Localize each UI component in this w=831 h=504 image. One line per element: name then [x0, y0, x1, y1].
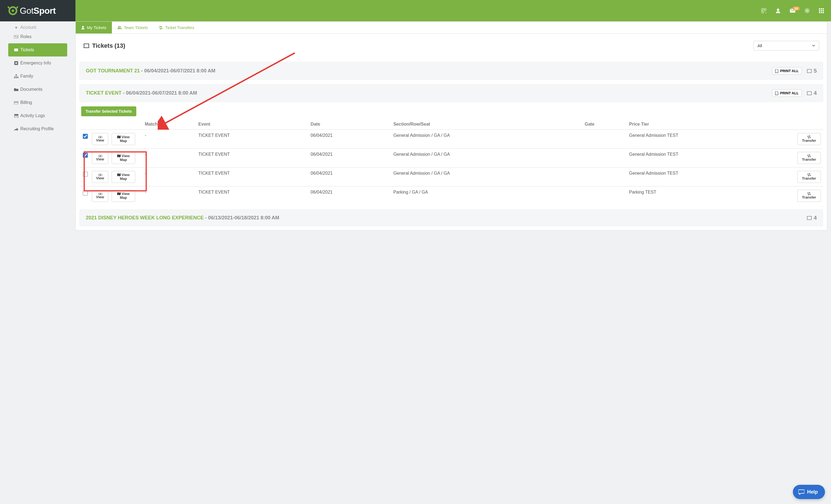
transfer-button[interactable]: Transfer: [797, 152, 821, 164]
svg-rect-18: [819, 8, 820, 9]
qr-icon[interactable]: [761, 8, 766, 13]
group-date-range: - 06/13/2021-06/18/2021 8:00 AM: [205, 215, 280, 220]
pdf-icon: [775, 69, 778, 73]
select-ticket-checkbox[interactable]: [83, 153, 88, 158]
print-all-button[interactable]: PRINT ALL: [772, 67, 801, 75]
group-ticket-count: 4: [807, 215, 817, 221]
event-group-header[interactable]: TICKET EVENT - 06/04/2021-06/07/2021 8:0…: [80, 84, 823, 102]
select-ticket-checkbox[interactable]: [83, 190, 88, 196]
mail-icon[interactable]: 24: [790, 9, 795, 12]
transfer-selected-button[interactable]: Transfer Selected Tickets: [81, 107, 136, 116]
cell-event: TICKET EVENT: [196, 149, 308, 168]
svg-line-17: [808, 9, 809, 9]
cell-section: General Admission / GA / GA: [391, 149, 582, 168]
view-map-button[interactable]: ViewMap: [112, 152, 135, 164]
col-event: Event: [196, 119, 308, 130]
transfer-button[interactable]: Transfer: [797, 133, 821, 145]
cell-section: Parking / GA / GA: [391, 186, 582, 205]
sidebar-item-roles[interactable]: Roles: [8, 30, 67, 43]
group-ticket-count: 4: [807, 90, 817, 96]
svg-rect-5: [764, 11, 765, 12]
sitemap-icon: [13, 74, 19, 78]
plus-square-icon: [13, 61, 19, 65]
cell-gate: [582, 130, 627, 149]
user-circle-icon: ●: [13, 25, 19, 30]
svg-rect-40: [14, 114, 18, 115]
transfer-button[interactable]: Transfer: [797, 190, 821, 202]
tab-my-tickets[interactable]: My Tickets: [76, 22, 112, 33]
view-button[interactable]: View: [92, 133, 108, 145]
sidebar-item-recruiting[interactable]: Recruiting Profile: [8, 122, 67, 136]
svg-point-28: [15, 36, 16, 37]
cell-event: TICKET EVENT: [196, 168, 308, 186]
sidebar-item-billing[interactable]: Billing: [8, 96, 67, 109]
svg-point-43: [82, 26, 84, 28]
sidebar-item-activity[interactable]: Activity Logs: [8, 109, 67, 122]
svg-rect-20: [823, 8, 824, 9]
group-event-name: 2021 DISNEY HEROES WEEK LONG EXPERIENCE: [86, 215, 204, 220]
sidebar-item-account[interactable]: ● Account: [8, 25, 67, 30]
table-row: ViewViewMap-TICKET EVENT06/04/2021Genera…: [80, 130, 823, 149]
sidebar-item-emergency[interactable]: Emergency Info: [8, 57, 67, 70]
event-group-header[interactable]: 2021 DISNEY HEROES WEEK LONG EXPERIENCE …: [80, 209, 823, 226]
transfer-icon: [807, 192, 811, 195]
gear-icon[interactable]: [805, 8, 810, 13]
cell-gate: [582, 186, 627, 205]
tickets-icon: [807, 216, 812, 220]
top-bar: GotSport 24: [0, 0, 831, 21]
brand-mark-icon: [8, 5, 18, 16]
share-icon: [13, 127, 19, 131]
id-card-icon: [13, 35, 19, 38]
view-button[interactable]: View: [92, 152, 108, 164]
table-row: ViewViewMap-TICKET EVENT06/04/2021Parkin…: [80, 186, 823, 205]
pdf-icon: [775, 91, 778, 95]
user-icon: [81, 26, 85, 29]
user-icon[interactable]: [776, 8, 780, 13]
select-ticket-checkbox[interactable]: [83, 134, 88, 139]
archive-icon: [13, 114, 19, 118]
page-title: Tickets (13): [83, 42, 125, 49]
cell-match: -: [143, 186, 196, 205]
cell-section: General Admission / GA / GA: [391, 130, 582, 149]
brand-logo[interactable]: GotSport: [0, 0, 76, 21]
main-content: My Tickets Team Tickets Ticket Transfers…: [76, 21, 831, 239]
cell-date: 06/04/2021: [309, 149, 391, 168]
sidebar-nav: ● Account Roles Tickets Emergency Info F…: [8, 25, 67, 136]
view-button[interactable]: View: [92, 190, 108, 202]
cell-date: 06/04/2021: [309, 168, 391, 186]
brand-text: GotSport: [20, 6, 56, 16]
filter-select[interactable]: All: [753, 41, 819, 51]
svg-rect-21: [819, 10, 820, 11]
cell-event: TICKET EVENT: [196, 186, 308, 205]
sidebar-item-tickets[interactable]: Tickets: [8, 43, 67, 57]
sidebar-item-family[interactable]: Family: [8, 70, 67, 83]
tab-ticket-transfers[interactable]: Ticket Transfers: [153, 22, 200, 33]
svg-rect-39: [14, 102, 18, 102]
svg-rect-2: [761, 8, 763, 10]
transfer-button[interactable]: Transfer: [797, 171, 821, 183]
cell-price-tier: General Admission TEST: [627, 149, 795, 168]
view-map-button[interactable]: ViewMap: [112, 190, 135, 202]
group-event-name: GOT TOURNAMENT 21: [86, 68, 140, 73]
svg-point-48: [99, 174, 101, 176]
sidebar-item-documents[interactable]: Documents: [8, 83, 67, 96]
svg-line-15: [808, 12, 809, 12]
svg-rect-27: [14, 35, 18, 38]
tab-team-tickets[interactable]: Team Tickets: [112, 22, 153, 33]
view-map-button[interactable]: ViewMap: [112, 133, 135, 145]
svg-rect-38: [14, 101, 18, 104]
cell-match: -: [143, 168, 196, 186]
apps-grid-icon[interactable]: [819, 8, 824, 13]
svg-rect-33: [15, 63, 17, 63]
cell-section: General Admission / GA / GA: [391, 168, 582, 186]
cell-event: TICKET EVENT: [196, 130, 308, 149]
map-icon: [117, 154, 121, 157]
tickets-icon: [83, 43, 89, 48]
print-all-button[interactable]: PRINT ALL: [772, 89, 801, 97]
svg-point-44: [118, 26, 120, 28]
view-button[interactable]: View: [92, 171, 108, 183]
view-map-button[interactable]: ViewMap: [112, 171, 135, 183]
svg-rect-41: [15, 115, 18, 118]
event-group-header[interactable]: GOT TOURNAMENT 21 - 06/04/2021-06/07/202…: [80, 62, 823, 80]
select-ticket-checkbox[interactable]: [83, 172, 88, 177]
